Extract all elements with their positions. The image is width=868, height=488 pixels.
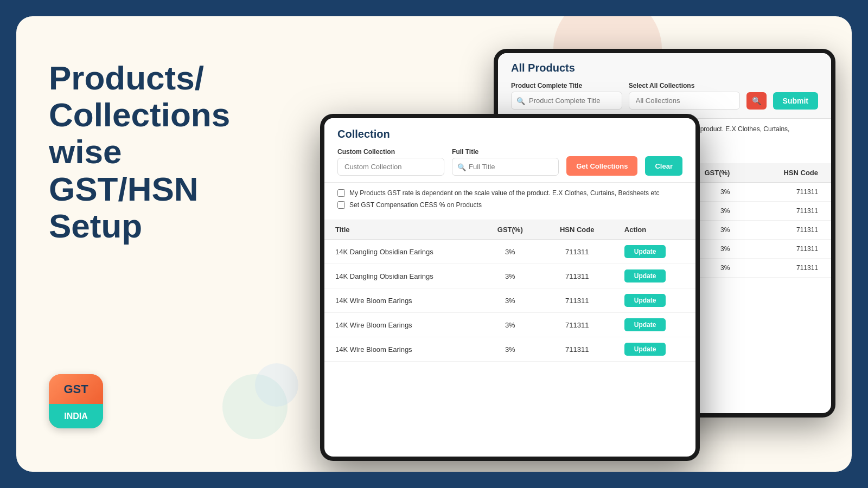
custom-collection-input[interactable] <box>337 158 444 176</box>
custom-collection-label: Custom Collection <box>337 148 444 156</box>
all-products-form-row: Product Complete Title 🔍 Select All Coll… <box>511 82 818 110</box>
collection-checkboxes: My Products GST rate is dependent on the… <box>324 183 695 220</box>
action-cell: Update <box>614 264 695 288</box>
all-products-title: All Products <box>511 62 818 74</box>
col-gst-scale-label: My Products GST rate is dependent on the… <box>349 189 659 197</box>
logo-gst-text: GST <box>63 382 88 396</box>
search-button[interactable]: 🔍 <box>746 92 767 110</box>
title-cell: 14K Wire Bloom Earings <box>324 337 480 362</box>
full-title-label: Full Title <box>452 148 559 156</box>
collection-screen: Collection Custom Collection Full Title … <box>324 118 695 457</box>
title-line2: Collections <box>49 96 230 133</box>
gst-cell: 3% <box>480 240 541 264</box>
table-row: 14K Wire Bloom Earings 3% 711311 Update <box>324 288 695 313</box>
custom-collection-group: Custom Collection <box>337 148 444 176</box>
col-hsn: HSN Code <box>743 163 831 183</box>
table-row: 14K Dangling Obsidian Earings 3% 711311 … <box>324 240 695 264</box>
product-title-input-wrapper: 🔍 <box>511 92 622 110</box>
submit-button[interactable]: Submit <box>773 92 818 110</box>
logo-top: GST <box>49 374 103 404</box>
hsn-cell: 711311 <box>743 183 831 202</box>
col-gst-cess-label: Set GST Compensation CESS % on Products <box>349 201 482 209</box>
col-gst-scale-row: My Products GST rate is dependent on the… <box>337 189 682 197</box>
hsn-cell: 711311 <box>541 337 614 362</box>
update-button[interactable]: Update <box>624 343 666 356</box>
title-cell: 14K Wire Bloom Earings <box>324 288 480 313</box>
app-logo: GST INDIA <box>49 374 103 428</box>
col-hsn-header: HSN Code <box>541 220 614 240</box>
search-icon: 🔍 <box>516 97 525 105</box>
action-cell: Update <box>614 240 695 264</box>
full-title-search-icon: 🔍 <box>457 163 466 171</box>
gst-cell: 3% <box>480 288 541 313</box>
col-title-header: Title <box>324 220 480 240</box>
product-title-group: Product Complete Title 🔍 <box>511 82 622 110</box>
table-row: 14K Wire Bloom Earings 3% 711311 Update <box>324 313 695 337</box>
gst-cell: 3% <box>480 313 541 337</box>
hsn-cell: 711311 <box>743 221 831 240</box>
hsn-cell: 711311 <box>541 240 614 264</box>
col-gst-cess-checkbox[interactable] <box>337 201 345 209</box>
collection-tablet: Collection Custom Collection Full Title … <box>320 114 700 461</box>
update-button[interactable]: Update <box>624 269 666 282</box>
title-cell: 14K Wire Bloom Earings <box>324 313 480 337</box>
gst-cell: 3% <box>480 264 541 288</box>
collection-form-row: Custom Collection Full Title 🔍 Get C <box>337 148 682 176</box>
col-gst-header: GST(%) <box>480 220 541 240</box>
collections-select-group: Select All Collections <box>629 82 740 110</box>
title-cell: 14K Dangling Obsidian Earings <box>324 264 480 288</box>
outer-background: Products/ Collections wise GST/HSN Setup… <box>0 0 868 488</box>
collection-table: Title GST(%) HSN Code Action 14K Danglin… <box>324 220 695 362</box>
main-card: Products/ Collections wise GST/HSN Setup… <box>16 16 852 472</box>
table-row: 14K Wire Bloom Earings 3% 711311 Update <box>324 337 695 362</box>
logo-india-text: INDIA <box>64 412 88 421</box>
gst-cell: 3% <box>480 337 541 362</box>
action-cell: Update <box>614 288 695 313</box>
collections-input[interactable] <box>629 92 740 110</box>
col-table-header-row: Title GST(%) HSN Code Action <box>324 220 695 240</box>
update-button[interactable]: Update <box>624 245 666 258</box>
title-line4: Setup <box>49 207 142 245</box>
update-button[interactable]: Update <box>624 318 666 331</box>
title-line3: wise GST/HSN <box>49 133 199 207</box>
hsn-cell: 711311 <box>743 259 831 278</box>
title-cell: 14K Dangling Obsidian Earings <box>324 240 480 264</box>
get-collections-button[interactable]: Get Collections <box>566 156 637 176</box>
action-cell: Update <box>614 337 695 362</box>
col-gst-cess-row: Set GST Compensation CESS % on Products <box>337 201 682 209</box>
collection-title: Collection <box>337 128 682 140</box>
title-line1: Products/ <box>49 59 204 97</box>
all-products-header: All Products Product Complete Title 🔍 <box>498 53 831 119</box>
main-title: Products/ Collections wise GST/HSN Setup <box>49 60 255 245</box>
product-title-input[interactable] <box>511 92 622 110</box>
hero-title: Products/ Collections wise GST/HSN Setup <box>49 60 255 245</box>
update-button[interactable]: Update <box>624 294 666 307</box>
col-gst-scale-checkbox[interactable] <box>337 189 345 197</box>
right-section: All Products Product Complete Title 🔍 <box>288 16 852 472</box>
collection-header: Collection Custom Collection Full Title … <box>324 118 695 183</box>
collections-label: Select All Collections <box>629 82 740 89</box>
hsn-cell: 711311 <box>743 240 831 259</box>
hsn-cell: 711311 <box>541 288 614 313</box>
clear-button[interactable]: Clear <box>645 156 682 176</box>
full-title-input-wrapper: 🔍 <box>452 158 559 176</box>
action-cell: Update <box>614 313 695 337</box>
full-title-input[interactable] <box>452 158 559 176</box>
hsn-cell: 711311 <box>541 264 614 288</box>
product-title-label: Product Complete Title <box>511 82 622 89</box>
table-row: 14K Dangling Obsidian Earings 3% 711311 … <box>324 264 695 288</box>
full-title-group: Full Title 🔍 <box>452 148 559 176</box>
hsn-cell: 711311 <box>743 202 831 221</box>
hsn-cell: 711311 <box>541 313 614 337</box>
logo-bottom: INDIA <box>49 404 103 428</box>
col-action-header: Action <box>614 220 695 240</box>
